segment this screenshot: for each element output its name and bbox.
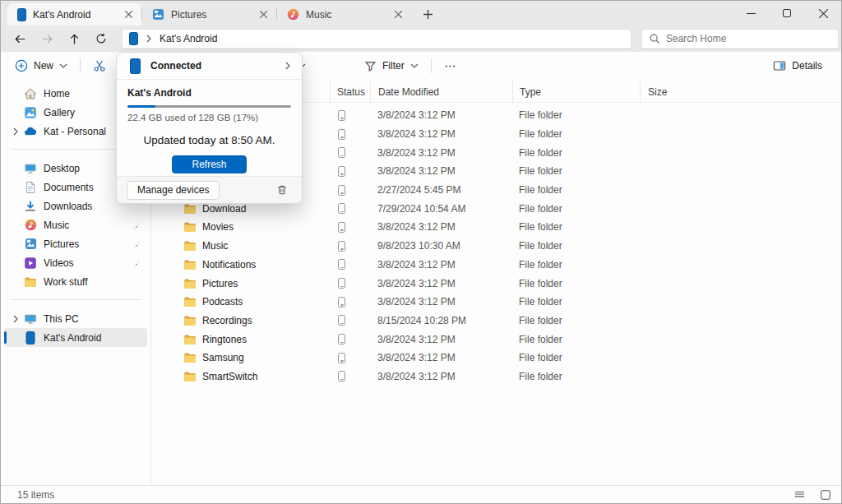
on-device-status-icon (338, 241, 345, 252)
column-header-size[interactable]: Size (640, 81, 841, 102)
sidebar-item-music[interactable]: Music (4, 215, 147, 234)
new-tab-button[interactable] (416, 4, 439, 24)
file-row[interactable]: SmartSwitch3/8/2024 3:12 PMFile folder (152, 368, 841, 386)
more-options-button[interactable] (437, 54, 464, 77)
date-modified: 3/8/2024 3:12 PM (370, 296, 512, 307)
close-icon (819, 9, 828, 18)
sidebar-item-kat-s-android[interactable]: Kat's Android (4, 328, 147, 347)
sidebar-item-videos[interactable]: Videos (4, 253, 147, 272)
column-header-date-modified[interactable]: Date Modified (370, 81, 512, 102)
back-arrow-icon (14, 33, 26, 45)
sidebar-item-label: Downloads (44, 201, 92, 212)
sidebar-item-pictures[interactable]: Pictures (4, 234, 147, 253)
minimize-button[interactable] (733, 1, 769, 25)
file-row[interactable]: Recordings8/15/2024 10:28 PMFile folder (152, 312, 841, 331)
file-row[interactable]: Movies3/8/2024 3:12 PMFile folder (152, 218, 841, 237)
folder-icon (24, 275, 37, 289)
file-name: Ringtones (202, 334, 247, 345)
file-row[interactable]: Pictures3/8/2024 3:12 PMFile folder (152, 274, 841, 293)
file-type: File folder (512, 296, 640, 307)
new-button-label: New (34, 60, 53, 72)
refresh-device-button[interactable]: Refresh (172, 155, 247, 173)
cut-button[interactable] (86, 54, 113, 77)
breadcrumb[interactable]: Kat's Android (160, 33, 217, 44)
date-modified: 3/8/2024 3:12 PM (370, 147, 512, 159)
refresh-button[interactable] (89, 28, 113, 49)
navigation-bar: Kat's Android (1, 25, 841, 52)
sidebar-item-label: Work stuff (44, 276, 88, 288)
remove-device-button[interactable] (272, 180, 292, 200)
folder-icon (183, 220, 197, 234)
expand-chevron-icon[interactable] (9, 127, 22, 136)
flyout-footer: Manage devices (117, 176, 302, 203)
sidebar-item-work-stuff[interactable]: Work stuff (4, 272, 147, 291)
file-type: File folder (512, 203, 640, 215)
last-updated-text: Updated today at 8:50 AM. (127, 134, 291, 146)
storage-progress-fill (127, 105, 155, 108)
more-ellipsis-icon (444, 60, 456, 72)
chevron-right-icon (284, 62, 292, 70)
column-header-type[interactable]: Type (512, 81, 640, 102)
search-icon (649, 33, 660, 44)
date-modified: 3/8/2024 3:12 PM (370, 165, 512, 177)
on-device-status-icon (338, 110, 345, 121)
file-row[interactable]: Music9/8/2023 10:30 AMFile folder (152, 237, 841, 256)
file-row[interactable]: Podcasts3/8/2024 3:12 PMFile folder (152, 293, 841, 312)
toolbar-divider (431, 58, 432, 73)
storage-progress-bar (127, 105, 291, 108)
search-box[interactable] (641, 29, 839, 49)
on-device-status-icon (338, 278, 345, 289)
on-device-status-icon (338, 334, 345, 344)
search-input[interactable] (666, 33, 831, 44)
chevron-down-icon (59, 62, 67, 70)
new-button[interactable]: New (7, 54, 75, 77)
tab-label: Kat's Android (33, 9, 115, 21)
minimize-icon (747, 9, 756, 18)
folder-icon (183, 277, 197, 290)
up-arrow-icon (68, 33, 81, 45)
filter-button[interactable]: Filter (357, 54, 426, 77)
sidebar-item-label: Pictures (44, 238, 79, 250)
file-type: File folder (512, 165, 640, 177)
column-header-status[interactable]: Status (330, 81, 370, 102)
file-name: Download (202, 203, 246, 215)
close-button[interactable] (805, 1, 841, 25)
sidebar-item-this-pc[interactable]: This PC (4, 309, 147, 328)
device-status-row[interactable]: Connected (117, 53, 302, 80)
file-name: Podcasts (202, 296, 243, 307)
forward-button[interactable] (35, 28, 59, 49)
file-type: File folder (512, 221, 640, 233)
tab-kat-s-android[interactable]: Kat's Android (7, 3, 141, 25)
item-count: 15 items (17, 489, 54, 501)
details-layout-button[interactable] (790, 488, 808, 502)
up-button[interactable] (62, 28, 86, 49)
file-name: Music (202, 240, 228, 252)
manage-devices-button[interactable]: Manage devices (127, 181, 220, 200)
tab-close-button[interactable] (122, 8, 135, 21)
on-device-status-icon (338, 203, 345, 214)
expand-chevron-icon[interactable] (9, 315, 22, 323)
tab-close-button[interactable] (257, 8, 270, 21)
file-row[interactable]: Samsung3/8/2024 3:12 PMFile folder (152, 349, 841, 368)
file-type: File folder (512, 278, 640, 289)
details-view-button[interactable]: Details (766, 54, 830, 77)
tab-label: Music (306, 9, 385, 21)
back-button[interactable] (7, 28, 32, 49)
tab-close-button[interactable] (391, 8, 405, 21)
column-label: Size (648, 86, 667, 98)
on-device-status-icon (338, 147, 345, 158)
chevron-right-icon[interactable] (145, 35, 153, 43)
filter-funnel-icon (364, 60, 377, 72)
maximize-button[interactable] (769, 1, 805, 25)
file-row[interactable]: Notifications3/8/2024 3:12 PMFile folder (152, 256, 841, 275)
tab-pictures[interactable]: Pictures (142, 3, 276, 25)
storage-summary: 22.4 GB used of 128 GB (17%) (127, 113, 291, 123)
date-modified: 8/15/2024 10:28 PM (370, 315, 512, 326)
address-bar[interactable]: Kat's Android (122, 29, 632, 49)
file-name: Movies (202, 221, 234, 233)
icons-layout-button[interactable] (817, 488, 835, 502)
pin-icon (131, 258, 141, 268)
tab-music[interactable]: Music (277, 3, 411, 25)
trash-icon (276, 184, 288, 196)
file-row[interactable]: Ringtones3/8/2024 3:12 PMFile folder (152, 330, 841, 349)
